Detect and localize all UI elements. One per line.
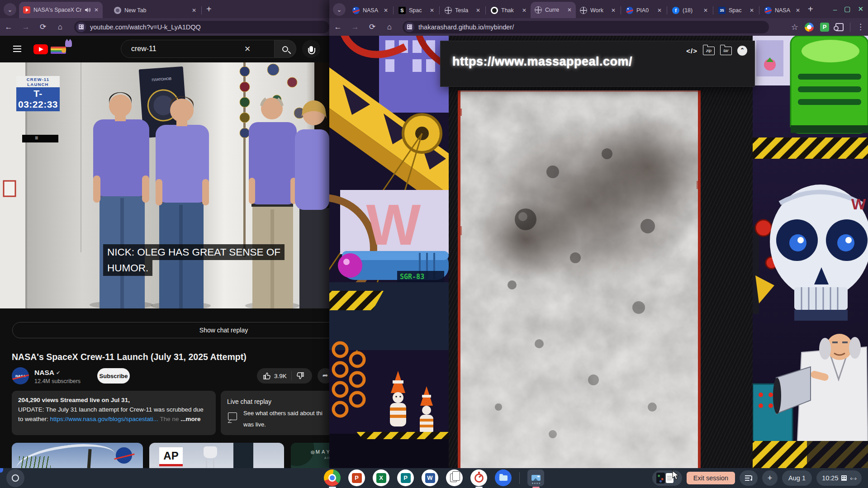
browser-menu-icon[interactable]: ⋮ xyxy=(857,22,864,32)
overlay-url-text[interactable]: https://www.massappeal.com/ xyxy=(452,55,632,69)
tab-close-icon[interactable]: ✕ xyxy=(657,7,662,14)
collapse-overlay-icon[interactable]: ⌃ xyxy=(737,46,747,56)
bookmark-star-icon[interactable]: ☆ xyxy=(791,22,798,32)
forward-icon[interactable]: → xyxy=(17,23,34,32)
date-button[interactable]: Aug 1 xyxy=(782,470,812,486)
tab-close-icon[interactable]: ✕ xyxy=(567,7,572,13)
launcher-button[interactable] xyxy=(6,469,24,487)
tray-plus-button[interactable]: + xyxy=(762,470,778,486)
status-area[interactable]: 10:25 ‹··› xyxy=(816,470,862,486)
excel-app-icon[interactable]: X xyxy=(373,469,389,486)
new-tab-button[interactable]: + xyxy=(808,4,813,14)
tab-facebook[interactable]: f (18) ✕ xyxy=(668,3,712,18)
live-chat-replay-panel[interactable]: Live chat replay See what others said ab… xyxy=(221,391,329,435)
tab-close-icon[interactable]: ✕ xyxy=(384,7,388,14)
site-info-icon[interactable] xyxy=(404,22,414,32)
tab-search-chevron-icon[interactable]: ⌄ xyxy=(333,3,346,16)
voice-search-button[interactable] xyxy=(302,40,320,58)
address-bar[interactable]: thakarashard.github.io/mybinder/ xyxy=(403,21,769,33)
tar-download-icon[interactable]: tar xyxy=(720,47,732,55)
tab-fox35[interactable]: 35 Spac ✕ xyxy=(714,3,758,18)
maximize-icon[interactable]: ▢ xyxy=(844,5,850,13)
subscribe-button[interactable]: Subscribe xyxy=(97,368,130,384)
powerpoint-app-icon[interactable]: P xyxy=(348,469,365,486)
recommended-thumbnail-1[interactable] xyxy=(12,443,143,468)
exit-session-button[interactable]: Exit session xyxy=(687,472,735,484)
site-info-icon[interactable] xyxy=(76,22,86,32)
tab-close-icon[interactable]: ✕ xyxy=(94,7,99,13)
live-chat-title: Live chat replay xyxy=(227,398,271,405)
show-chat-replay-button[interactable]: Show chat replay xyxy=(12,322,329,338)
forward-icon[interactable]: → xyxy=(346,23,364,32)
tab-current-active[interactable]: Curre ✕ xyxy=(531,2,576,18)
tab-nasa-2[interactable]: NASA ✕ xyxy=(760,3,804,18)
caption-line-2: HUMOR. xyxy=(103,260,152,276)
media-playlist-button[interactable] xyxy=(740,470,758,486)
pill-divider xyxy=(291,371,292,380)
channel-avatar[interactable]: NASA xyxy=(12,367,29,384)
back-icon[interactable]: ← xyxy=(329,23,346,32)
tab-close-icon[interactable]: ✕ xyxy=(192,7,196,14)
address-bar[interactable]: youtube.com/watch?v=U-k_LyA1DQQ xyxy=(74,21,329,33)
adblock-extension-icon[interactable] xyxy=(805,23,814,32)
description-box[interactable]: 204,290 views Streamed live on Jul 31, U… xyxy=(12,391,216,435)
chrome-app-icon[interactable] xyxy=(324,469,341,486)
tab-close-icon[interactable]: ✕ xyxy=(611,7,616,14)
expand-description[interactable]: ...more xyxy=(180,416,200,422)
like-dislike-pill[interactable]: 3.9K xyxy=(257,368,312,384)
tab-work[interactable]: Work ✕ xyxy=(576,3,620,18)
publisher-app-icon[interactable]: P xyxy=(397,469,414,486)
timer-app-icon[interactable] xyxy=(470,469,487,486)
tab-nasa-1[interactable]: NASA ✕ xyxy=(348,3,392,18)
reload-icon[interactable]: ⟳ xyxy=(364,22,381,32)
tab-search-chevron-icon[interactable]: ⌄ xyxy=(4,3,16,16)
recommended-thumbnail-3[interactable]: MAYDA AIR DISASTER xyxy=(291,443,329,468)
zip-download-icon[interactable]: zip xyxy=(703,47,715,55)
recommended-thumbnail-2[interactable]: AP xyxy=(149,443,284,468)
minimize-icon[interactable]: – xyxy=(833,5,837,13)
youtube-logo[interactable] xyxy=(33,44,48,54)
tab-close-icon[interactable]: ✕ xyxy=(703,7,708,14)
tab-audio-icon[interactable] xyxy=(85,7,91,13)
pushbullet-extension-icon[interactable]: P xyxy=(820,23,829,32)
reload-icon[interactable]: ⟳ xyxy=(34,22,52,32)
tab-youtube-video[interactable]: NASA's SpaceX Crew-11 La ✕ xyxy=(19,2,103,18)
tab-close-icon[interactable]: ✕ xyxy=(430,7,434,14)
new-tab-favicon xyxy=(114,7,121,14)
tab-close-icon[interactable]: ✕ xyxy=(476,7,480,14)
share-button-partial[interactable]: ➦ xyxy=(318,368,329,384)
tab-new-tab[interactable]: New Tab ✕ xyxy=(110,3,200,18)
tab-pia[interactable]: PIA0 ✕ xyxy=(622,3,666,18)
like-count: 3.9K xyxy=(274,373,287,379)
thumbs-up-icon[interactable] xyxy=(263,372,271,380)
video-player[interactable]: ПЛАТОНОВ xyxy=(0,62,329,308)
word-app-icon[interactable]: W xyxy=(422,469,438,486)
description-link[interactable]: https://www.nasa.gov/blogs/spacestati... xyxy=(50,416,158,422)
close-window-icon[interactable]: ✕ xyxy=(858,5,863,13)
tab-label: NASA's SpaceX Crew-11 La xyxy=(33,7,81,13)
copy-app-icon[interactable] xyxy=(446,469,463,486)
tab-tesla[interactable]: Tesla ✕ xyxy=(441,3,484,18)
back-icon[interactable]: ← xyxy=(0,23,17,32)
search-button[interactable] xyxy=(275,40,296,58)
channel-name[interactable]: NASA xyxy=(34,369,54,377)
tab-close-icon[interactable]: ✕ xyxy=(522,7,526,14)
extensions-puzzle-icon[interactable] xyxy=(835,23,844,31)
tab-close-icon[interactable]: ✕ xyxy=(796,7,800,14)
menu-hamburger-icon[interactable] xyxy=(13,46,21,52)
tab-close-icon[interactable]: ✕ xyxy=(749,7,754,14)
files-app-icon[interactable] xyxy=(495,469,512,486)
home-icon[interactable]: ⌂ xyxy=(381,23,398,32)
left-tabstrip: ⌄ NASA's SpaceX Crew-11 La ✕ New Tab ✕ + xyxy=(0,0,329,18)
search-input-box[interactable]: ✕ xyxy=(121,40,275,58)
code-icon[interactable]: </> xyxy=(686,47,697,55)
home-icon[interactable]: ⌂ xyxy=(52,23,69,32)
wallpaper-corner xyxy=(0,468,3,473)
new-tab-button[interactable]: + xyxy=(206,4,212,14)
tab-thakarashard[interactable]: Thak ✕ xyxy=(487,3,531,18)
thumbs-down-icon[interactable] xyxy=(296,372,304,380)
tab-spacex[interactable]: S Spac ✕ xyxy=(394,3,438,18)
gallery-app-icon[interactable] xyxy=(527,469,544,486)
search-input[interactable] xyxy=(121,45,243,53)
search-clear-icon[interactable]: ✕ xyxy=(244,44,251,54)
